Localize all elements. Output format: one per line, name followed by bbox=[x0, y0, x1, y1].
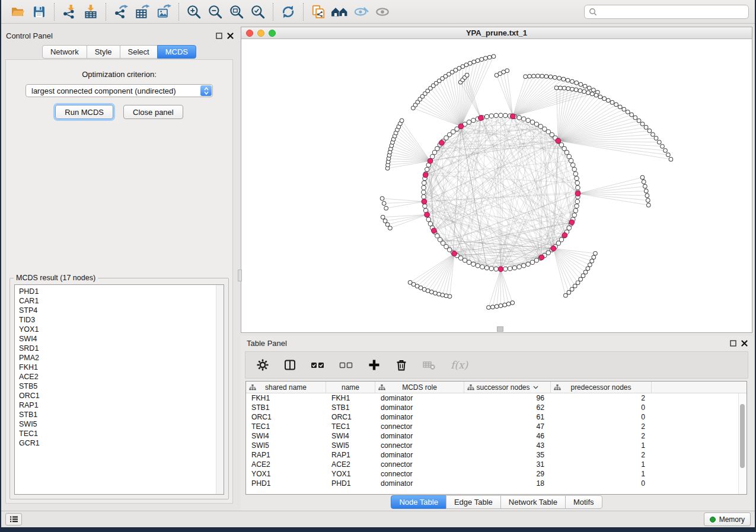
table-row[interactable]: TEC1TEC1connector472 bbox=[246, 422, 747, 431]
tab-edge-table[interactable]: Edge Table bbox=[446, 495, 501, 509]
zoom-selected-button[interactable] bbox=[247, 2, 269, 21]
column-header-predecessor_nodes[interactable]: predecessor nodes bbox=[551, 382, 652, 393]
first-neighbors-button[interactable] bbox=[329, 2, 350, 21]
mcds-result-item[interactable]: STP4 bbox=[19, 306, 224, 315]
column-header-shared_name[interactable]: shared name bbox=[246, 382, 326, 393]
zoom-in-button[interactable] bbox=[183, 2, 205, 21]
mcds-result-item[interactable]: SWI5 bbox=[19, 419, 224, 429]
cell-successor_nodes: 96 bbox=[464, 394, 551, 402]
cell-successor_nodes: 35 bbox=[464, 451, 551, 459]
mcds-tab-content: Optimization criterion: largest connecte… bbox=[5, 59, 233, 504]
open-file-button[interactable] bbox=[7, 2, 28, 21]
table-scrollbar-thumb[interactable] bbox=[740, 404, 745, 468]
import-network-button[interactable] bbox=[59, 2, 80, 21]
table-row[interactable]: RAP1RAP1dominator352 bbox=[246, 450, 747, 460]
network-titlebar[interactable]: YPA_prune.txt_1 bbox=[241, 27, 752, 39]
hide-all-columns-button[interactable] bbox=[339, 358, 353, 371]
table-row[interactable]: FKH1FKH1dominator962 bbox=[246, 393, 747, 403]
tab-mcds[interactable]: MCDS bbox=[157, 45, 196, 59]
import-table-button[interactable] bbox=[80, 2, 101, 21]
mcds-result-item[interactable]: TEC1 bbox=[19, 429, 224, 438]
mcds-result-item[interactable]: SRD1 bbox=[19, 344, 224, 353]
table-row[interactable]: PHD1PHD1dominator180 bbox=[246, 479, 747, 488]
mcds-result-item[interactable]: RAP1 bbox=[19, 400, 224, 410]
mcds-result-item[interactable]: SWI4 bbox=[19, 334, 224, 344]
tab-select[interactable]: Select bbox=[120, 45, 158, 59]
close-panel-icon[interactable] bbox=[741, 340, 748, 347]
column-header-mcds_role[interactable]: MCDS role bbox=[375, 382, 464, 393]
mcds-result-item[interactable]: STB1 bbox=[19, 410, 224, 419]
cell-name: PHD1 bbox=[326, 479, 375, 488]
table-row[interactable]: ORC1ORC1dominator610 bbox=[246, 412, 747, 422]
control-panel-tabs: NetworkStyleSelectMCDS bbox=[1, 45, 237, 59]
table-settings-button[interactable] bbox=[256, 358, 269, 371]
criterion-dropdown[interactable]: largest connected component (undirected) bbox=[25, 84, 213, 97]
mcds-result-item[interactable]: ACE2 bbox=[19, 372, 224, 382]
float-panel-icon[interactable] bbox=[730, 340, 736, 347]
tab-network[interactable]: Network bbox=[42, 45, 87, 59]
table-scrollbar[interactable] bbox=[738, 393, 747, 494]
close-panel-icon[interactable] bbox=[227, 33, 234, 39]
cell-name: FKH1 bbox=[326, 394, 375, 402]
zoom-fit-button[interactable] bbox=[226, 2, 247, 21]
cell-successor_nodes: 43 bbox=[464, 441, 551, 450]
tab-motifs[interactable]: Motifs bbox=[565, 495, 602, 509]
split-table-view-button[interactable] bbox=[283, 358, 296, 371]
show-all-button[interactable] bbox=[372, 2, 393, 21]
mcds-result-item[interactable]: GCR1 bbox=[19, 438, 224, 448]
close-panel-button[interactable]: Close panel bbox=[123, 105, 183, 119]
delete-column-button[interactable] bbox=[395, 358, 408, 371]
table-row[interactable]: YOX1YOX1connector291 bbox=[246, 469, 747, 479]
cell-successor_nodes: 46 bbox=[464, 432, 551, 440]
float-panel-icon[interactable] bbox=[216, 33, 222, 39]
table-row[interactable]: SWI5SWI5connector431 bbox=[246, 441, 747, 450]
delete-table-button[interactable] bbox=[422, 358, 436, 371]
refresh-icon bbox=[280, 4, 296, 20]
run-mcds-button[interactable]: Run MCDS bbox=[55, 105, 113, 119]
global-search[interactable] bbox=[584, 5, 749, 19]
criterion-value: largest connected component (undirected) bbox=[26, 86, 200, 95]
cell-shared_name: ORC1 bbox=[246, 413, 326, 421]
function-builder-button[interactable]: f(x) bbox=[451, 359, 468, 371]
cell-predecessor_nodes: 2 bbox=[551, 422, 652, 431]
table-row[interactable]: SWI4SWI4dominator462 bbox=[246, 431, 747, 441]
column-namespace-icon bbox=[378, 384, 385, 390]
export-image-button[interactable] bbox=[153, 2, 174, 21]
show-panels-button[interactable] bbox=[5, 513, 22, 525]
import-network-icon bbox=[62, 4, 77, 20]
mcds-result-item[interactable]: CAR1 bbox=[19, 296, 224, 306]
tab-style[interactable]: Style bbox=[87, 45, 120, 59]
table-row[interactable]: STB1STB1dominator620 bbox=[246, 403, 747, 412]
column-header-successor_nodes[interactable]: successor nodes bbox=[464, 382, 551, 393]
network-canvas[interactable] bbox=[241, 39, 752, 332]
mcds-result-item[interactable]: PHD1 bbox=[19, 287, 224, 296]
cell-mcds_role: dominator bbox=[375, 394, 464, 402]
mcds-result-item[interactable]: STB5 bbox=[19, 382, 224, 391]
export-table-button[interactable] bbox=[132, 2, 153, 21]
tab-node-table[interactable]: Node Table bbox=[391, 495, 446, 509]
mcds-result-item[interactable]: YOX1 bbox=[19, 325, 224, 334]
table-row[interactable]: ACE2ACE2connector311 bbox=[246, 460, 747, 469]
save-session-button[interactable] bbox=[28, 2, 50, 21]
zoom-out-button[interactable] bbox=[205, 2, 226, 21]
column-header-name[interactable]: name bbox=[326, 382, 375, 393]
mcds-result-item[interactable]: ORC1 bbox=[19, 391, 224, 400]
export-network-icon bbox=[113, 4, 129, 20]
add-column-button[interactable] bbox=[368, 358, 381, 371]
network-graph[interactable] bbox=[241, 39, 752, 332]
memory-label: Memory bbox=[719, 515, 745, 524]
hide-selected-button[interactable] bbox=[350, 2, 372, 21]
network-scrollbar-thumb[interactable] bbox=[497, 326, 503, 332]
duplicate-network-button[interactable] bbox=[308, 2, 329, 21]
mcds-result-item[interactable]: PMA2 bbox=[19, 353, 224, 363]
open-folder-icon bbox=[10, 5, 25, 19]
show-all-columns-button[interactable] bbox=[311, 358, 325, 371]
mcds-list-scrollbar[interactable] bbox=[216, 285, 224, 494]
mcds-result-item[interactable]: FKH1 bbox=[19, 363, 224, 372]
tab-network-table[interactable]: Network Table bbox=[500, 495, 566, 509]
export-network-button[interactable] bbox=[110, 2, 132, 21]
refresh-view-button[interactable] bbox=[277, 2, 299, 21]
mcds-result-item[interactable]: TID3 bbox=[19, 315, 224, 325]
search-input[interactable] bbox=[601, 7, 744, 17]
memory-button[interactable]: Memory bbox=[704, 512, 751, 526]
